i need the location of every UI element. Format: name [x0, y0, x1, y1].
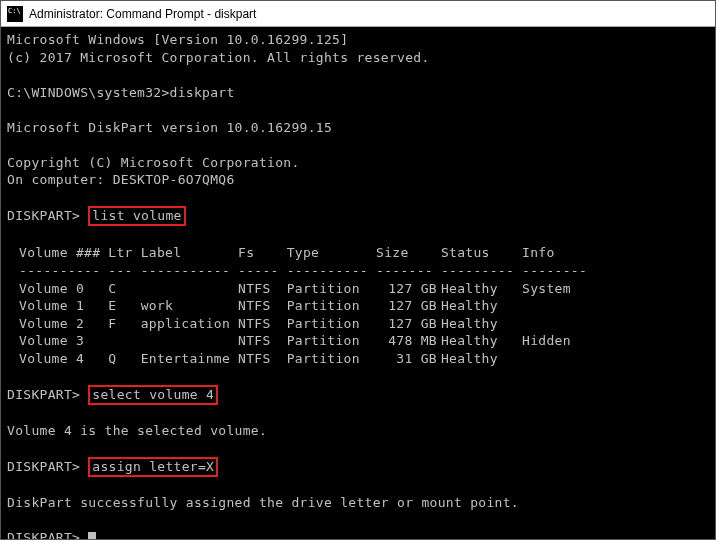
- cmd-diskpart: diskpart: [170, 85, 235, 100]
- prompt-diskpart: DISKPART>: [7, 387, 80, 402]
- cmd-list-volume: list volume: [88, 206, 185, 226]
- prompt-diskpart: DISKPART>: [7, 530, 80, 540]
- cmd-icon: [7, 6, 23, 22]
- table-row: Volume 4QEntertainmeNTFSPartition31 GBHe…: [19, 350, 595, 368]
- table-header-row: Volume ### Ltr Label Fs Type Size Status…: [19, 244, 595, 263]
- line-assign-msg: DiskPart successfully assigned the drive…: [7, 495, 519, 510]
- col-fs: Fs: [238, 244, 287, 263]
- cursor[interactable]: [88, 532, 96, 540]
- line-selected-msg: Volume 4 is the selected volume.: [7, 423, 267, 438]
- table-dash-row: ---------- --- ----------- ----- -------…: [19, 262, 595, 280]
- line-copyright2: Copyright (C) Microsoft Corporation.: [7, 155, 300, 170]
- table-row: Volume 1EworkNTFSPartition127 GBHealthy: [19, 297, 595, 315]
- line-winver: Microsoft Windows [Version 10.0.16299.12…: [7, 32, 348, 47]
- col-status: Status: [441, 244, 522, 263]
- col-info: Info: [522, 244, 595, 263]
- line-dpver: Microsoft DiskPart version 10.0.16299.15: [7, 120, 332, 135]
- col-label: Label: [141, 244, 238, 263]
- table-row: Volume 2FapplicationNTFSPartition127 GBH…: [19, 315, 595, 333]
- col-volume: Volume ###: [19, 244, 108, 263]
- prompt-diskpart: DISKPART>: [7, 459, 80, 474]
- table-row: Volume 3NTFSPartition478 MBHealthyHidden: [19, 332, 595, 350]
- terminal-output[interactable]: Microsoft Windows [Version 10.0.16299.12…: [1, 27, 715, 540]
- volume-table: Volume ### Ltr Label Fs Type Size Status…: [19, 244, 595, 368]
- table-row: Volume 0CNTFSPartition127 GBHealthySyste…: [19, 280, 595, 298]
- line-oncomputer: On computer: DESKTOP-6O7QMQ6: [7, 172, 235, 187]
- prompt-diskpart: DISKPART>: [7, 208, 80, 223]
- prompt-sys32: C:\WINDOWS\system32>: [7, 85, 170, 100]
- titlebar[interactable]: Administrator: Command Prompt - diskpart: [1, 1, 715, 27]
- cmd-assign-letter: assign letter=X: [88, 457, 218, 477]
- line-copyright1: (c) 2017 Microsoft Corporation. All righ…: [7, 50, 430, 65]
- cmd-select-volume: select volume 4: [88, 385, 218, 405]
- window-title: Administrator: Command Prompt - diskpart: [29, 7, 256, 21]
- col-ltr: Ltr: [108, 244, 140, 263]
- col-size: Size: [376, 244, 441, 263]
- col-type: Type: [287, 244, 376, 263]
